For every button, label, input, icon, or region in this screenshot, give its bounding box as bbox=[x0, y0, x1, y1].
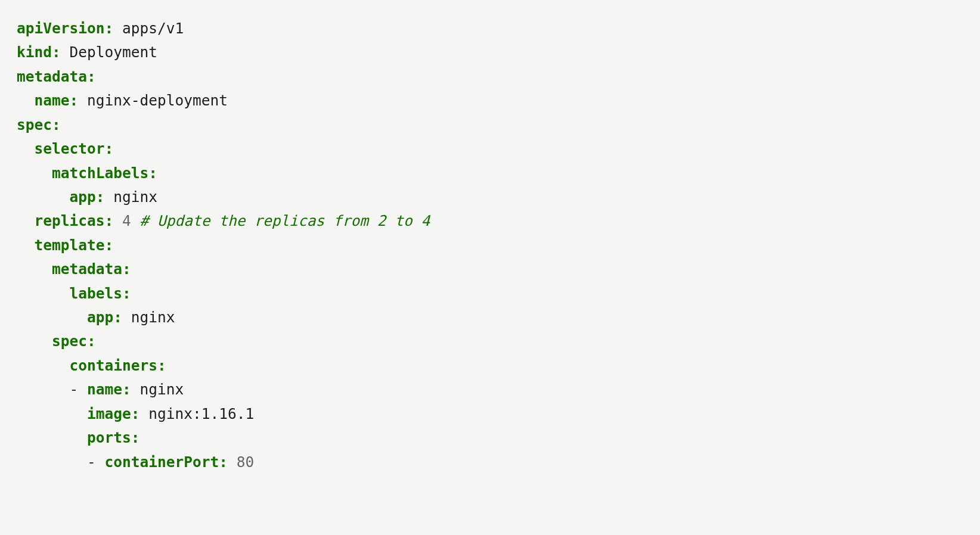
indent-image bbox=[17, 405, 87, 422]
val-apiversion: apps/v1 bbox=[113, 20, 184, 37]
val-container-name: nginx bbox=[131, 381, 184, 398]
comment-replicas: # Update the replicas from 2 to 4 bbox=[140, 212, 430, 229]
key-kind: kind: bbox=[17, 43, 61, 61]
key-metadata-name: name: bbox=[17, 92, 78, 109]
yaml-code-block: apiVersion: apps/v1 kind: Deployment met… bbox=[17, 17, 963, 474]
val-tmpl-labels-app: nginx bbox=[122, 309, 175, 326]
key-container-image: image: bbox=[87, 405, 140, 422]
key-selector: selector: bbox=[17, 140, 113, 157]
key-metadata: metadata: bbox=[17, 68, 96, 85]
key-spec: spec: bbox=[17, 116, 61, 133]
val-container-image: nginx:1.16.1 bbox=[140, 405, 255, 422]
key-tmpl-spec: spec: bbox=[17, 332, 96, 350]
key-matchlabels: matchLabels: bbox=[17, 164, 157, 182]
key-containerport: containerPort: bbox=[105, 453, 228, 471]
key-tmpl-labels-app: app: bbox=[17, 309, 122, 326]
key-template: template: bbox=[17, 237, 113, 254]
key-matchlabels-app: app: bbox=[17, 188, 105, 206]
key-container-name: name: bbox=[87, 381, 131, 398]
key-replicas: replicas: bbox=[17, 212, 113, 229]
dash-container: - bbox=[17, 381, 87, 398]
val-containerport: 80 bbox=[228, 453, 254, 471]
key-container-ports: ports: bbox=[87, 429, 140, 446]
indent-ports bbox=[17, 429, 87, 446]
val-metadata-name: nginx-deployment bbox=[78, 92, 228, 109]
key-containers: containers: bbox=[17, 357, 166, 374]
val-kind: Deployment bbox=[61, 43, 157, 61]
key-apiversion: apiVersion: bbox=[17, 20, 113, 37]
val-matchlabels-app: nginx bbox=[105, 188, 158, 206]
val-replicas: 4 bbox=[113, 212, 139, 229]
dash-port: - bbox=[17, 453, 105, 471]
key-tmpl-metadata: metadata: bbox=[17, 260, 131, 278]
key-tmpl-labels: labels: bbox=[17, 285, 131, 302]
